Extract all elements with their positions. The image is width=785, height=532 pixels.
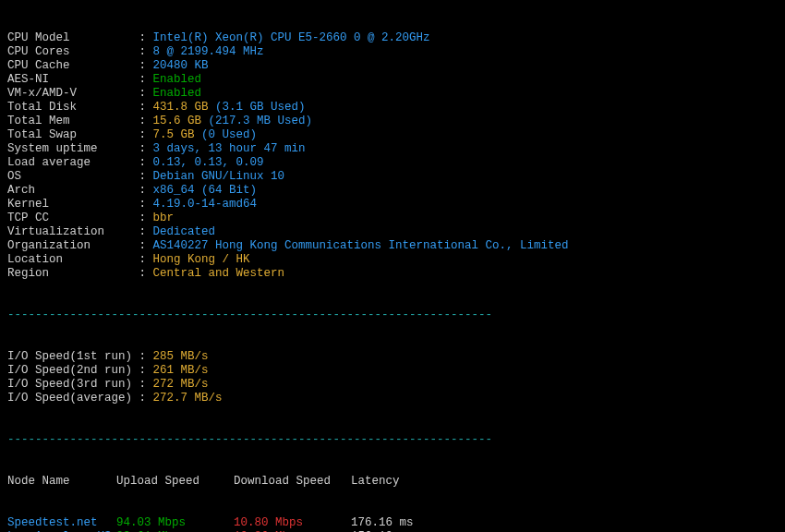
sysinfo-value-2: (3.1 GB Used) bbox=[215, 101, 306, 114]
io-label: I/O Speed(2nd run) bbox=[7, 364, 132, 378]
io-row: I/O Speed(3rd run) : 272 MB/s bbox=[7, 378, 778, 392]
divider-1: ----------------------------------------… bbox=[7, 308, 492, 321]
net-latency: 176.16 ms bbox=[351, 516, 462, 530]
sysinfo-value: Enabled bbox=[153, 87, 202, 100]
io-row: I/O Speed(average) : 272.7 MB/s bbox=[7, 392, 778, 405]
sysinfo-value: 7.5 GB bbox=[153, 128, 195, 141]
sysinfo-label: Organization bbox=[7, 239, 132, 253]
sysinfo-label: Total Disk bbox=[7, 101, 132, 115]
sysinfo-value-2: (0 Used) bbox=[201, 128, 257, 141]
sysinfo-row: CPU Cores : 8 @ 2199.494 MHz bbox=[7, 45, 778, 59]
sysinfo-label: CPU Cache bbox=[7, 59, 132, 73]
sysinfo-row: Organization : AS140227 Hong Kong Commun… bbox=[7, 239, 778, 253]
io-row: I/O Speed(2nd run) : 261 MB/s bbox=[7, 364, 778, 378]
io-label: I/O Speed(average) bbox=[7, 392, 132, 405]
io-value: 272 MB/s bbox=[153, 378, 209, 391]
colon-icon: : bbox=[132, 239, 153, 252]
colon-icon: : bbox=[132, 59, 153, 72]
sysinfo-row: VM-x/AMD-V : Enabled bbox=[7, 87, 778, 101]
terminal-output: CPU Model : Intel(R) Xeon(R) CPU E5-2660… bbox=[0, 0, 785, 532]
sysinfo-label: AES-NI bbox=[7, 73, 132, 87]
sysinfo-value: x86_64 bbox=[153, 184, 195, 197]
sysinfo-label: Virtualization bbox=[7, 225, 132, 239]
sysinfo-value: 431.8 GB bbox=[153, 101, 209, 114]
sysinfo-label: Total Swap bbox=[7, 128, 132, 142]
io-value: 272.7 MB/s bbox=[153, 392, 223, 405]
sysinfo-label: CPU Model bbox=[7, 31, 132, 45]
sysinfo-value: bbr bbox=[153, 212, 175, 224]
col-latency: Latency bbox=[351, 475, 462, 489]
colon-icon: : bbox=[132, 142, 153, 155]
sysinfo-label: TCP CC bbox=[7, 212, 132, 225]
sysinfo-value-2: (64 Bit) bbox=[201, 184, 257, 197]
sysinfo-row: AES-NI : Enabled bbox=[7, 73, 778, 87]
sysinfo-value: 20480 KB bbox=[153, 59, 209, 72]
io-label: I/O Speed(1st run) bbox=[7, 350, 132, 364]
colon-icon: : bbox=[132, 392, 153, 405]
sysinfo-value: 8 @ 2199.494 MHz bbox=[153, 45, 264, 58]
sysinfo-row: CPU Model : Intel(R) Xeon(R) CPU E5-2660… bbox=[7, 31, 778, 45]
colon-icon: : bbox=[132, 378, 153, 391]
net-download: 10.80 Mbps bbox=[234, 516, 351, 530]
sysinfo-value: Intel(R) Xeon(R) CPU E5-2660 0 @ 2.20GHz bbox=[153, 31, 430, 44]
sysinfo-row: Total Swap : 7.5 GB (0 Used) bbox=[7, 128, 778, 142]
colon-icon: : bbox=[132, 31, 153, 44]
sysinfo-value: Hong Kong / HK bbox=[153, 253, 250, 266]
sysinfo-row: Total Disk : 431.8 GB (3.1 GB Used) bbox=[7, 101, 778, 115]
colon-icon: : bbox=[132, 212, 153, 224]
net-header-row: Node NameUpload SpeedDownload SpeedLaten… bbox=[7, 475, 778, 489]
sysinfo-row: Location : Hong Kong / HK bbox=[7, 253, 778, 267]
sysinfo-label: VM-x/AMD-V bbox=[7, 87, 132, 101]
colon-icon: : bbox=[132, 128, 153, 141]
colon-icon: : bbox=[132, 156, 153, 169]
colon-icon: : bbox=[132, 115, 153, 127]
sysinfo-value: Central and Western bbox=[153, 267, 285, 280]
sysinfo-label: Load average bbox=[7, 156, 132, 170]
col-upload: Upload Speed bbox=[116, 475, 234, 489]
sysinfo-label: Total Mem bbox=[7, 115, 132, 128]
colon-icon: : bbox=[132, 225, 153, 238]
sysinfo-value: Debian GNU/Linux 10 bbox=[153, 170, 285, 183]
sysinfo-row: Arch : x86_64 (64 Bit) bbox=[7, 184, 778, 198]
col-download: Download Speed bbox=[234, 475, 351, 489]
net-row: Speedtest.net94.03 Mbps10.80 Mbps176.16 … bbox=[7, 516, 778, 530]
sysinfo-label: System uptime bbox=[7, 142, 132, 156]
colon-icon: : bbox=[132, 73, 153, 86]
system-info-block: CPU Model : Intel(R) Xeon(R) CPU E5-2660… bbox=[7, 31, 778, 281]
net-table-block: Speedtest.net94.03 Mbps10.80 Mbps176.16 … bbox=[7, 516, 778, 532]
sysinfo-row: Region : Central and Western bbox=[7, 267, 778, 281]
sysinfo-row: Kernel : 4.19.0-14-amd64 bbox=[7, 198, 778, 212]
colon-icon: : bbox=[132, 350, 153, 363]
colon-icon: : bbox=[132, 101, 153, 114]
sysinfo-row: System uptime : 3 days, 13 hour 47 min bbox=[7, 142, 778, 156]
io-value: 285 MB/s bbox=[153, 350, 209, 363]
sysinfo-value: 3 days, 13 hour 47 min bbox=[153, 142, 306, 155]
colon-icon: : bbox=[132, 87, 153, 100]
io-value: 261 MB/s bbox=[153, 364, 209, 377]
sysinfo-row: Load average : 0.13, 0.13, 0.09 bbox=[7, 156, 778, 170]
sysinfo-value: Dedicated bbox=[153, 225, 216, 238]
sysinfo-label: Region bbox=[7, 267, 132, 281]
net-node: Speedtest.net bbox=[7, 516, 116, 530]
sysinfo-label: CPU Cores bbox=[7, 45, 132, 59]
sysinfo-value: AS140227 Hong Kong Communications Intern… bbox=[153, 239, 569, 252]
sysinfo-row: OS : Debian GNU/Linux 10 bbox=[7, 170, 778, 184]
sysinfo-label: Kernel bbox=[7, 198, 132, 212]
net-upload: 94.03 Mbps bbox=[116, 516, 234, 530]
sysinfo-row: Total Mem : 15.6 GB (217.3 MB Used) bbox=[7, 115, 778, 128]
sysinfo-row: CPU Cache : 20480 KB bbox=[7, 59, 778, 73]
colon-icon: : bbox=[132, 45, 153, 58]
sysinfo-value: 15.6 GB bbox=[153, 115, 202, 127]
colon-icon: : bbox=[132, 364, 153, 377]
colon-icon: : bbox=[132, 267, 153, 280]
sysinfo-row: Virtualization : Dedicated bbox=[7, 225, 778, 239]
sysinfo-label: Location bbox=[7, 253, 132, 267]
col-node: Node Name bbox=[7, 475, 116, 489]
io-row: I/O Speed(1st run) : 285 MB/s bbox=[7, 350, 778, 364]
sysinfo-value: 0.13, 0.13, 0.09 bbox=[153, 156, 264, 169]
sysinfo-value-2: (217.3 MB Used) bbox=[209, 115, 313, 127]
sysinfo-value: 4.19.0-14-amd64 bbox=[153, 198, 258, 211]
sysinfo-label: OS bbox=[7, 170, 132, 184]
sysinfo-value: Enabled bbox=[153, 73, 202, 86]
sysinfo-label: Arch bbox=[7, 184, 132, 198]
